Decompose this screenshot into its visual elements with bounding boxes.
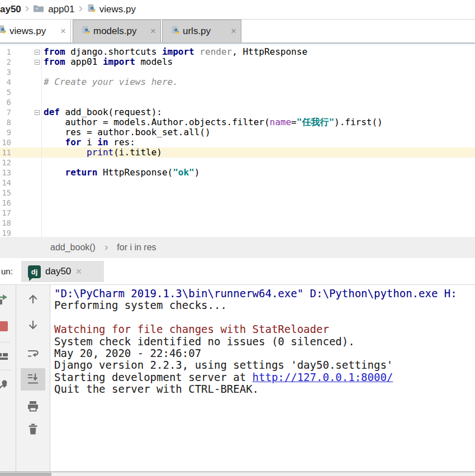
code-text[interactable]: author = models.Author.objects.filter(na… [42, 117, 383, 127]
scroll-to-end-button[interactable] [21, 368, 45, 391]
fold-gutter [11, 87, 42, 97]
breadcrumb-function[interactable]: add_book() [50, 242, 96, 253]
close-icon[interactable]: × [231, 26, 236, 37]
code-text[interactable] [42, 228, 44, 237]
line-number[interactable]: 13 [0, 168, 11, 178]
code-text[interactable]: def add_book(request): [42, 107, 162, 117]
code-text[interactable]: print(i.title) [42, 147, 162, 158]
code-line[interactable]: 6 [0, 97, 475, 107]
code-text[interactable] [42, 97, 44, 107]
fold-marker[interactable] [11, 47, 42, 57]
code-line[interactable]: 2from app01 import models [0, 57, 475, 67]
code-line[interactable]: 14 [0, 178, 475, 188]
server-url-link[interactable]: http://127.0.0.1:8000/ [253, 371, 393, 383]
code-text[interactable]: res = author.book_set.all() [42, 127, 211, 137]
run-panel-header: un: dj day50 × [0, 258, 475, 285]
code-line[interactable]: 16 [0, 198, 475, 208]
code-token: django.shortcuts [65, 46, 162, 57]
line-number[interactable]: 5 [0, 87, 11, 97]
breadcrumb-item-views[interactable]: views.py [99, 4, 136, 15]
pin-button[interactable] [0, 379, 11, 393]
breadcrumb-statement[interactable]: for i in res [117, 242, 156, 253]
code-text[interactable] [42, 67, 44, 77]
tab-views-py[interactable]: views.py × [0, 20, 71, 42]
soft-wrap-button[interactable] [21, 344, 45, 366]
line-number[interactable]: 7 [0, 107, 11, 117]
code-line[interactable]: 5 [0, 87, 475, 97]
code-line[interactable]: 4# Create your views here. [0, 77, 475, 87]
line-number[interactable]: 14 [0, 178, 11, 188]
code-line[interactable]: 12 [0, 158, 475, 168]
editor-code[interactable]: 1from django.shortcuts import render, Ht… [0, 44, 475, 237]
code-line[interactable]: 9 res = author.book_set.all() [0, 127, 475, 137]
line-number[interactable]: 3 [0, 67, 11, 77]
code-text[interactable] [42, 158, 44, 168]
code-text[interactable] [42, 218, 44, 228]
code-token [44, 167, 65, 178]
fold-minus-icon[interactable] [35, 110, 40, 115]
code-token: ).first() [334, 117, 383, 127]
close-icon[interactable]: × [60, 26, 66, 37]
line-number[interactable]: 18 [0, 218, 11, 228]
line-number[interactable]: 16 [0, 198, 11, 208]
stop-button[interactable] [0, 320, 11, 335]
print-button[interactable] [21, 396, 45, 418]
line-number[interactable]: 6 [0, 97, 11, 107]
code-text[interactable]: from django.shortcuts import render, Htt… [42, 47, 307, 57]
line-number[interactable]: 19 [0, 228, 11, 237]
code-text[interactable] [42, 178, 44, 188]
line-number[interactable]: 12 [0, 158, 11, 168]
up-icon [26, 292, 40, 308]
fold-marker[interactable] [11, 107, 42, 117]
clear-button[interactable] [21, 419, 45, 441]
fold-minus-icon[interactable] [35, 50, 40, 55]
line-number[interactable]: 17 [0, 208, 11, 218]
fold-marker[interactable] [11, 57, 42, 67]
tab-models-py[interactable]: models.py × [73, 20, 161, 42]
code-line[interactable]: 3 [0, 67, 475, 77]
code-text[interactable]: for i in res: [42, 137, 135, 147]
down-button[interactable] [21, 315, 45, 337]
close-icon[interactable]: × [75, 265, 82, 278]
line-number[interactable]: 15 [0, 188, 11, 198]
line-number[interactable]: 10 [0, 137, 11, 147]
code-line[interactable]: 13 return HttpResponse("ok") [0, 168, 475, 178]
tab-urls-py[interactable]: urls.py × [162, 20, 241, 42]
line-number[interactable]: 1 [0, 47, 11, 57]
horizontal-scrollbar [0, 472, 475, 476]
code-text[interactable]: # Create your views here. [42, 77, 178, 87]
code-text[interactable]: from app01 import models [42, 57, 173, 67]
line-number[interactable]: 9 [0, 127, 11, 137]
restore-layout-button[interactable] [0, 350, 11, 364]
scrollbar-thumb[interactable] [0, 473, 51, 476]
line-number[interactable]: 11 [0, 147, 11, 158]
code-line[interactable]: 7def add_book(request): [0, 107, 475, 117]
line-number[interactable]: 4 [0, 77, 11, 87]
breadcrumb-item-app01[interactable]: app01 [48, 4, 74, 15]
code-text[interactable]: return HttpResponse("ok") [42, 168, 200, 178]
code-line[interactable]: 17 [0, 208, 475, 218]
close-icon[interactable]: × [150, 26, 156, 37]
line-number[interactable]: 2 [0, 57, 11, 67]
code-text[interactable] [42, 87, 44, 97]
run-tab-label: day50 [45, 266, 71, 277]
code-line[interactable]: 8 author = models.Author.objects.filter(… [0, 117, 475, 127]
code-line[interactable]: 10 for i in res: [0, 137, 475, 147]
code-text[interactable] [42, 188, 44, 198]
code-text[interactable] [42, 208, 44, 218]
up-button[interactable] [21, 289, 45, 311]
code-line[interactable]: 1from django.shortcuts import render, Ht… [0, 47, 475, 57]
code-line[interactable]: 15 [0, 188, 475, 198]
rerun-button[interactable] [0, 293, 11, 307]
line-number[interactable]: 8 [0, 117, 11, 127]
code-line[interactable]: 19 [0, 228, 475, 237]
code-token: (i.title) [113, 147, 162, 158]
code-line[interactable]: 11 print(i.title) [0, 147, 475, 158]
run-tab-day50[interactable]: dj day50 × [21, 261, 104, 282]
code-token [44, 137, 65, 147]
code-text[interactable] [42, 198, 44, 208]
fold-minus-icon[interactable] [35, 60, 40, 65]
console-output[interactable]: "D:\PyCharm 2019.1.3\bin\runnerw64.exe" … [50, 285, 475, 472]
breadcrumb-item-day50[interactable]: ay50 [0, 4, 21, 15]
code-line[interactable]: 18 [0, 218, 475, 228]
